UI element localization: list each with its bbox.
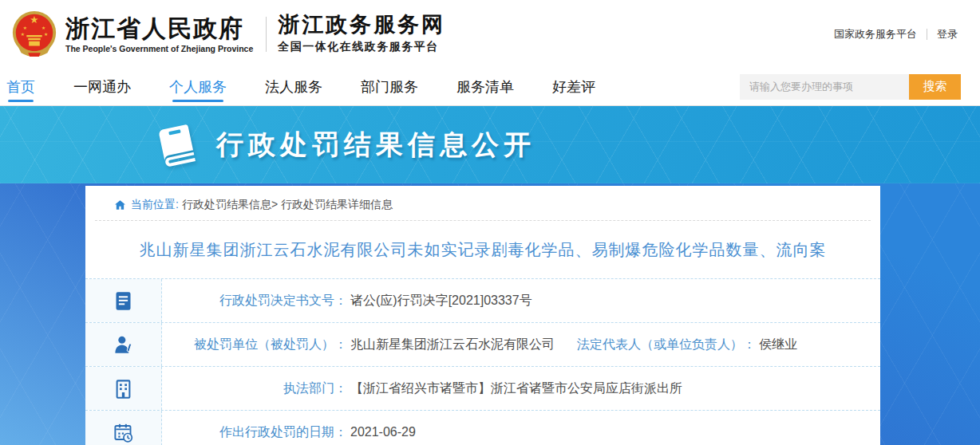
case-title: 兆山新星集团浙江云石水泥有限公司未如实记录剧毒化学品、易制爆危险化学品数量、流向… bbox=[85, 221, 880, 278]
nav-item-department-services[interactable]: 部门服务 bbox=[361, 69, 418, 105]
table-row: 被处罚单位（被处罚人）： 兆山新星集团浙江云石水泥有限公司 法定代表人（或单位负… bbox=[85, 323, 880, 367]
field-label: 作出行政处罚的日期： bbox=[162, 424, 347, 441]
svg-text:★: ★ bbox=[21, 31, 25, 36]
svg-text:★: ★ bbox=[23, 26, 27, 30]
gov-name: 浙江省人民政府 bbox=[65, 15, 253, 41]
document-icon bbox=[113, 290, 134, 312]
field-label: 执法部门： bbox=[162, 380, 347, 397]
login-link[interactable]: 登录 bbox=[937, 27, 958, 41]
site-header: ★ ★ ★ ★ ★ 浙江省人民政府 The People's Governmen… bbox=[0, 0, 980, 68]
page-banner: 行政处罚结果信息公开 bbox=[0, 106, 980, 183]
header-divider bbox=[266, 17, 267, 52]
breadcrumb-path[interactable]: 行政处罚结果信息> 行政处罚结果详细信息 bbox=[182, 198, 393, 212]
content-card: 当前位置: 行政处罚结果信息> 行政处罚结果详细信息 兆山新星集团浙江云石水泥有… bbox=[85, 186, 880, 445]
search-input[interactable] bbox=[740, 74, 909, 100]
national-platform-link[interactable]: 国家政务服务平台 bbox=[834, 27, 917, 41]
search-button[interactable]: 搜索 bbox=[909, 74, 961, 100]
nav-item-home[interactable]: 首页 bbox=[6, 69, 35, 105]
svg-text:★: ★ bbox=[44, 31, 48, 36]
main-nav: 首页 一网通办 个人服务 法人服务 部门服务 服务清单 好差评 搜索 bbox=[0, 68, 980, 106]
gov-name-en: The People's Government of Zhejiang Prov… bbox=[65, 44, 253, 53]
table-row: 行政处罚决定书文号： 诸公(应)行罚决字[2021]03337号 bbox=[85, 279, 880, 323]
person-icon bbox=[113, 334, 134, 356]
case-info-table: 行政处罚决定书文号： 诸公(应)行罚决字[2021]03337号 被处罚单位（被… bbox=[85, 278, 880, 445]
table-row: 执法部门： 【浙江省绍兴市诸暨市】浙江省诸暨市公安局应店街派出所 bbox=[85, 367, 880, 411]
svg-text:★: ★ bbox=[30, 14, 38, 26]
nav-item-one-stop[interactable]: 一网通办 bbox=[73, 69, 131, 105]
site-subtitle: 全国一体化在线政务服务平台 bbox=[278, 40, 445, 54]
field-label: 法定代表人（或单位负责人）： bbox=[577, 337, 756, 353]
home-icon bbox=[114, 199, 126, 211]
calendar-clock-icon bbox=[113, 422, 134, 443]
gov-logo-text: 浙江省人民政府 The People's Government of Zheji… bbox=[65, 15, 253, 53]
national-emblem-icon: ★ ★ ★ ★ ★ bbox=[10, 10, 59, 59]
field-label: 行政处罚决定书文号： bbox=[162, 293, 347, 309]
book-icon bbox=[154, 121, 199, 169]
field-label: 被处罚单位（被处罚人）： bbox=[162, 337, 347, 353]
building-icon bbox=[113, 378, 134, 400]
nav-item-legal-person-services[interactable]: 法人服务 bbox=[265, 69, 322, 105]
site-name: 浙江政务服务网 bbox=[278, 14, 445, 37]
field-value: 诸公(应)行罚决字[2021]03337号 bbox=[350, 293, 532, 309]
site-logo-text: 浙江政务服务网 全国一体化在线政务服务平台 bbox=[278, 14, 445, 55]
field-value: 侯继业 bbox=[759, 337, 797, 353]
table-row: 作出行政处罚的日期： 2021-06-29 bbox=[85, 411, 880, 445]
header-link-separator bbox=[927, 29, 927, 40]
svg-text:★: ★ bbox=[41, 26, 45, 30]
field-value: 兆山新星集团浙江云石水泥有限公司 bbox=[350, 337, 555, 353]
breadcrumb-prefix: 当前位置: bbox=[131, 198, 179, 212]
nav-item-rating[interactable]: 好差评 bbox=[552, 69, 595, 105]
page-background: 当前位置: 行政处罚结果信息> 行政处罚结果详细信息 兆山新星集团浙江云石水泥有… bbox=[0, 183, 980, 445]
breadcrumb: 当前位置: 行政处罚结果信息> 行政处罚结果详细信息 bbox=[85, 186, 880, 220]
field-value: 2021-06-29 bbox=[350, 425, 416, 439]
field-value: 【浙江省绍兴市诸暨市】浙江省诸暨市公安局应店街派出所 bbox=[350, 380, 682, 397]
banner-title: 行政处罚结果信息公开 bbox=[216, 127, 535, 163]
nav-item-service-list[interactable]: 服务清单 bbox=[456, 69, 514, 105]
nav-item-personal-services[interactable]: 个人服务 bbox=[169, 69, 227, 105]
